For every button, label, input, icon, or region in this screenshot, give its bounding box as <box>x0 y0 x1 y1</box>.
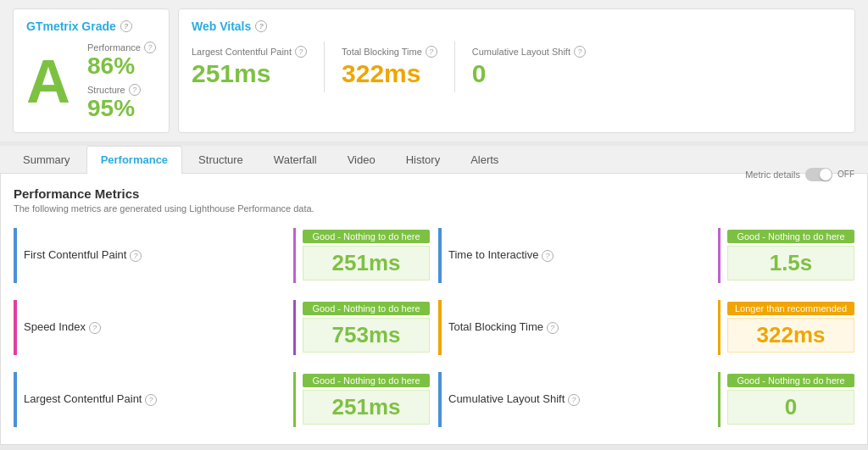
cls-vital: Cumulative Layout Shift ? 0 <box>455 46 603 88</box>
structure-info-icon[interactable]: ? <box>129 84 141 96</box>
tti-value: 1.5s <box>727 246 854 281</box>
si-row: Speed Index ? Good - Nothing to do here … <box>14 296 430 359</box>
structure-label: Structure <box>87 85 125 95</box>
fcp-label-wrap: First Contentful Paint ? <box>24 248 287 262</box>
web-vitals-title: Web Vitals ? <box>192 19 842 33</box>
web-vitals-title-text: Web Vitals <box>192 19 251 33</box>
toggle-off-label: OFF <box>837 169 854 179</box>
tti-info-icon[interactable]: ? <box>542 250 554 262</box>
main-content: Performance Metrics The following metric… <box>0 174 868 445</box>
lcp2-border <box>14 372 17 427</box>
si-info-icon[interactable]: ? <box>89 322 101 334</box>
tti-label-wrap: Time to Interactive ? <box>448 248 711 262</box>
tabs-bar: Summary Performance Structure Waterfall … <box>0 146 868 174</box>
metric-details-switch[interactable] <box>805 168 832 181</box>
lcp2-label-wrap: Largest Contentful Paint ? <box>24 392 287 406</box>
grade-title-text: GTmetrix Grade <box>26 19 116 33</box>
tti-right-border <box>718 228 721 283</box>
tti-result: Good - Nothing to do here 1.5s <box>727 230 854 281</box>
tbt-right-border <box>718 300 721 355</box>
web-vitals-info-icon[interactable]: ? <box>255 20 267 32</box>
tab-structure[interactable]: Structure <box>184 146 258 173</box>
fcp-value: 251ms <box>303 246 430 281</box>
structure-value: 95% <box>87 96 156 122</box>
content-title: Performance Metrics <box>14 186 314 201</box>
lcp2-badge: Good - Nothing to do here <box>303 374 430 387</box>
cls-value: 0 <box>472 59 586 88</box>
tab-alerts[interactable]: Alerts <box>456 146 513 173</box>
fcp-result: Good - Nothing to do here 251ms <box>303 230 430 281</box>
lcp-label: Largest Contentful Paint <box>192 47 292 57</box>
web-vitals-panel: Web Vitals ? Largest Contentful Paint ? … <box>178 8 855 133</box>
performance-label: Performance <box>87 42 141 53</box>
si-label: Speed Index <box>24 320 86 333</box>
tti-row: Time to Interactive ? Good - Nothing to … <box>438 224 854 287</box>
lcp2-result: Good - Nothing to do here 251ms <box>303 374 430 425</box>
performance-value: 86% <box>87 53 156 80</box>
si-value: 753ms <box>303 318 430 353</box>
fcp-label: First Contentful Paint <box>24 248 126 261</box>
cls2-border <box>438 372 442 427</box>
cls-label: Cumulative Layout Shift <box>472 47 570 57</box>
grade-title: GTmetrix Grade ? <box>26 19 156 33</box>
lcp2-right-border <box>293 372 296 427</box>
grade-panel: GTmetrix Grade ? A Performance ? 86% Str… <box>13 8 170 133</box>
cls2-badge: Good - Nothing to do here <box>727 374 854 387</box>
fcp-row: First Contentful Paint ? Good - Nothing … <box>14 224 430 287</box>
tti-border <box>438 228 442 283</box>
cls2-value: 0 <box>727 390 854 425</box>
fcp-border <box>14 228 17 283</box>
structure-metric: Structure ? 95% <box>87 84 156 122</box>
tab-summary[interactable]: Summary <box>8 146 85 173</box>
lcp-info-icon[interactable]: ? <box>295 46 307 58</box>
cls2-info-icon[interactable]: ? <box>568 394 580 406</box>
content-header: Performance Metrics The following metric… <box>14 186 854 224</box>
tbt-info-icon[interactable]: ? <box>426 46 437 58</box>
performance-info-icon[interactable]: ? <box>144 42 156 53</box>
cls2-right-border <box>718 372 721 427</box>
fcp-info-icon[interactable]: ? <box>130 250 142 262</box>
grade-info-icon[interactable]: ? <box>120 20 132 32</box>
lcp-value: 251ms <box>192 59 307 88</box>
si-right-border <box>293 300 296 355</box>
grade-letter: A <box>26 51 70 112</box>
lcp2-label: Largest Contentful Paint <box>24 392 142 405</box>
metric-details-toggle: Metric details OFF <box>745 168 854 181</box>
fcp-badge: Good - Nothing to do here <box>303 230 430 243</box>
si-border <box>14 300 17 355</box>
cls-info-icon[interactable]: ? <box>574 46 586 58</box>
cls2-label-wrap: Cumulative Layout Shift ? <box>448 392 711 406</box>
lcp-vital: Largest Contentful Paint ? 251ms <box>192 46 324 88</box>
tbt-value: 322ms <box>342 59 437 88</box>
si-result: Good - Nothing to do here 753ms <box>303 302 430 353</box>
tab-performance[interactable]: Performance <box>86 146 182 174</box>
si-label-wrap: Speed Index ? <box>24 320 287 334</box>
tbt-border <box>438 300 442 355</box>
tab-video[interactable]: Video <box>333 146 390 173</box>
cls2-result: Good - Nothing to do here 0 <box>727 374 854 425</box>
cls2-label: Cumulative Layout Shift <box>448 392 565 405</box>
tab-waterfall[interactable]: Waterfall <box>259 146 331 173</box>
content-subtitle: The following metrics are generated usin… <box>14 203 314 214</box>
lcp2-row: Largest Contentful Paint ? Good - Nothin… <box>14 368 430 431</box>
metric-details-label: Metric details <box>745 169 800 180</box>
lcp2-value: 251ms <box>303 390 430 425</box>
cls2-row: Cumulative Layout Shift ? Good - Nothing… <box>438 368 854 431</box>
tbt-vital: Total Blocking Time ? 322ms <box>325 46 454 88</box>
metrics-grid: First Contentful Paint ? Good - Nothing … <box>14 224 854 431</box>
toggle-knob <box>820 169 832 181</box>
tbt-value: 322ms <box>727 318 854 353</box>
tab-history[interactable]: History <box>392 146 454 173</box>
lcp2-info-icon[interactable]: ? <box>145 394 157 406</box>
performance-metric: Performance ? 86% <box>87 42 156 80</box>
tbt-row: Total Blocking Time ? Longer than recomm… <box>438 296 854 359</box>
fcp-right-border <box>293 228 296 283</box>
tbt-label: Total Blocking Time <box>448 320 543 333</box>
tbt-label: Total Blocking Time <box>342 47 422 57</box>
tti-badge: Good - Nothing to do here <box>727 230 854 243</box>
tti-label: Time to Interactive <box>448 248 538 261</box>
tbt-label-wrap: Total Blocking Time ? <box>448 320 711 334</box>
si-badge: Good - Nothing to do here <box>303 302 430 315</box>
tbt-info-icon[interactable]: ? <box>547 322 559 334</box>
tbt-result: Longer than recommended 322ms <box>727 302 854 353</box>
